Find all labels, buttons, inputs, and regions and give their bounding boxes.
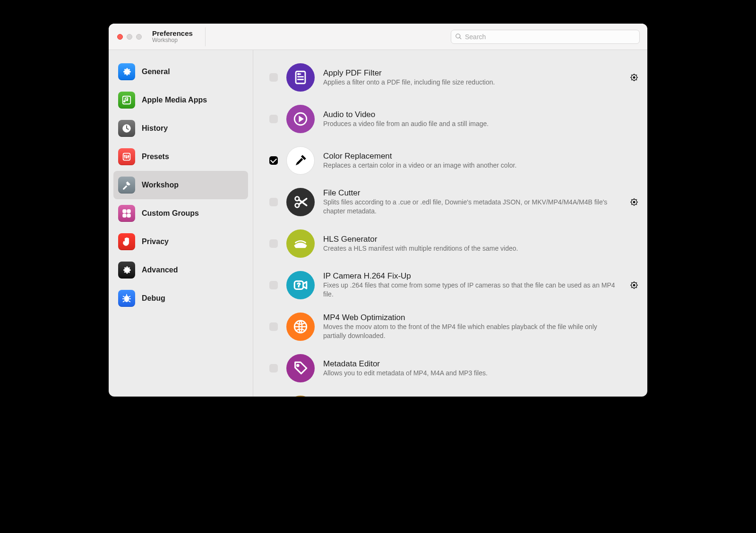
eyedropper-icon [286, 146, 315, 175]
module-title: Color Replacement [323, 152, 621, 161]
module-text: Color Replacement Replaces a certain col… [323, 152, 621, 170]
module-checkbox[interactable] [269, 322, 278, 331]
module-description: Produces a video file from an audio file… [323, 119, 621, 128]
module-description: Allows you to edit metadata of MP4, M4A … [323, 369, 621, 378]
module-checkbox[interactable] [269, 115, 278, 123]
titlebar: Preferences Workshop [109, 24, 647, 50]
audio-video-icon [286, 105, 315, 133]
module-row: File Cutter Splits files according to a … [267, 181, 641, 223]
sidebar-item-workshop[interactable]: Workshop [113, 171, 248, 199]
module-text: Metadata Editor Allows you to edit metad… [323, 359, 621, 378]
sidebar-item-label: Apple Media Apps [142, 96, 207, 104]
module-description: Moves the moov atom to the front of the … [323, 322, 621, 340]
tag-icon [286, 354, 315, 382]
bug-icon [118, 290, 135, 307]
module-row: Multi-Preset Converts the same file with… [267, 389, 641, 397]
module-options-button[interactable] [629, 197, 639, 207]
module-row: Metadata Editor Allows you to edit metad… [267, 347, 641, 389]
sidebar-item-debug[interactable]: Debug [113, 284, 248, 313]
module-description: Splits files according to a .cue or .edl… [323, 198, 621, 216]
hand-icon [118, 233, 135, 250]
pdf-filter-icon [286, 63, 315, 92]
module-title: Audio to Video [323, 110, 621, 119]
window-subtitle: Workshop [152, 37, 193, 43]
sliders-icon [118, 148, 135, 165]
module-text: Apply PDF Filter Applies a filter onto a… [323, 68, 621, 87]
module-title: MP4 Web Optimization [323, 313, 621, 322]
search-field[interactable] [451, 30, 640, 44]
module-text: File Cutter Splits files according to a … [323, 188, 621, 216]
module-title: HLS Generator [323, 235, 621, 244]
sidebar-item-label: Custom Groups [142, 209, 199, 218]
workshop-module-list: Apply PDF Filter Applies a filter onto a… [253, 50, 647, 397]
module-title: File Cutter [323, 188, 621, 198]
sidebar-item-apple-media-apps[interactable]: Apple Media Apps [113, 86, 248, 114]
module-text: Audio to Video Produces a video file fro… [323, 110, 621, 128]
cog-icon [118, 262, 135, 279]
module-checkbox[interactable] [269, 281, 278, 289]
grid-icon [118, 205, 135, 222]
minimize-icon[interactable] [127, 34, 132, 40]
module-title: Apply PDF Filter [323, 68, 621, 78]
module-title: Metadata Editor [323, 359, 621, 369]
module-description: Replaces a certain color in a video or a… [323, 161, 621, 170]
module-text: IP Camera H.264 Fix-Up Fixes up .264 fil… [323, 271, 621, 299]
sidebar-item-label: General [142, 68, 170, 76]
camera-icon [286, 271, 315, 299]
stack-icon [286, 396, 315, 397]
module-text: HLS Generator Creates a HLS manifest wit… [323, 235, 621, 253]
module-description: Fixes up .264 files that come from some … [323, 281, 621, 299]
module-row: MP4 Web Optimization Moves the moov atom… [267, 306, 641, 347]
sidebar-item-label: History [142, 124, 168, 133]
sidebar-item-label: Advanced [142, 266, 178, 274]
sidebar-item-label: Privacy [142, 237, 169, 246]
close-icon[interactable] [117, 34, 123, 40]
sidebar-item-label: Debug [142, 294, 165, 303]
module-row: HLS Generator Creates a HLS manifest wit… [267, 223, 641, 264]
sidebar-item-general[interactable]: General [113, 58, 248, 86]
window-title-block: Preferences Workshop [152, 30, 193, 44]
scissors-icon [286, 188, 315, 216]
module-checkbox[interactable] [269, 198, 278, 206]
tools-icon [118, 177, 135, 194]
sidebar-item-label: Presets [142, 152, 169, 161]
wifi-icon [286, 229, 315, 258]
module-text: MP4 Web Optimization Moves the moov atom… [323, 313, 621, 340]
module-row: Audio to Video Produces a video file fro… [267, 98, 641, 140]
sidebar-item-label: Workshop [142, 181, 179, 189]
sidebar-item-privacy[interactable]: Privacy [113, 228, 248, 256]
sidebar: General Apple Media Apps History Presets… [109, 50, 253, 397]
module-row: Apply PDF Filter Applies a filter onto a… [267, 57, 641, 98]
sidebar-item-custom-groups[interactable]: Custom Groups [113, 199, 248, 228]
module-row: Color Replacement Replaces a certain col… [267, 140, 641, 181]
clock-icon [118, 120, 135, 137]
module-title: IP Camera H.264 Fix-Up [323, 271, 621, 281]
module-description: Creates a HLS manifest with multiple ren… [323, 244, 621, 253]
titlebar-divider [205, 27, 206, 46]
sidebar-item-history[interactable]: History [113, 114, 248, 143]
zoom-icon[interactable] [136, 34, 142, 40]
traffic-lights [117, 34, 142, 40]
search-input[interactable] [465, 33, 636, 41]
search-icon [455, 33, 462, 40]
globe-icon [286, 313, 315, 341]
music-icon [118, 92, 135, 109]
module-options-button[interactable] [629, 73, 639, 82]
window-title: Preferences [152, 30, 193, 38]
module-description: Applies a filter onto a PDF file, includ… [323, 78, 621, 87]
sidebar-item-presets[interactable]: Presets [113, 143, 248, 171]
module-row: IP Camera H.264 Fix-Up Fixes up .264 fil… [267, 264, 641, 306]
gear-icon [118, 63, 135, 80]
sidebar-item-advanced[interactable]: Advanced [113, 256, 248, 284]
module-options-button[interactable] [629, 280, 639, 290]
module-checkbox[interactable] [269, 73, 278, 82]
module-checkbox[interactable] [269, 239, 278, 248]
module-checkbox[interactable] [269, 364, 278, 372]
preferences-window: Preferences Workshop General Apple Media… [109, 24, 647, 397]
module-checkbox[interactable] [269, 156, 278, 165]
